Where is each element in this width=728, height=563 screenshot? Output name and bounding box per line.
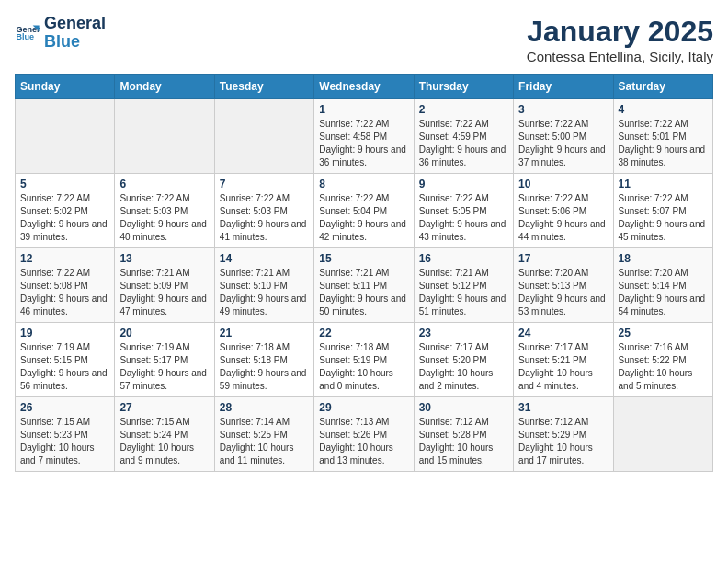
calendar-cell: 28Sunrise: 7:14 AMSunset: 5:25 PMDayligh… <box>214 397 313 472</box>
day-number: 21 <box>220 327 309 339</box>
calendar-cell: 1Sunrise: 7:22 AMSunset: 4:58 PMDaylight… <box>314 99 414 174</box>
week-row-2: 5Sunrise: 7:22 AMSunset: 5:02 PMDaylight… <box>16 174 713 248</box>
day-info: Sunrise: 7:17 AMSunset: 5:20 PMDaylight:… <box>419 341 508 393</box>
calendar-cell: 25Sunrise: 7:16 AMSunset: 5:22 PMDayligh… <box>613 323 712 397</box>
calendar-cell: 14Sunrise: 7:21 AMSunset: 5:10 PMDayligh… <box>214 248 313 323</box>
calendar-cell: 24Sunrise: 7:17 AMSunset: 5:21 PMDayligh… <box>514 323 613 397</box>
day-number: 20 <box>119 327 209 339</box>
day-info: Sunrise: 7:22 AMSunset: 5:04 PMDaylight:… <box>319 192 408 244</box>
day-number: 18 <box>619 252 708 265</box>
day-info: Sunrise: 7:22 AMSunset: 5:02 PMDaylight:… <box>20 192 109 244</box>
day-info: Sunrise: 7:17 AMSunset: 5:21 PMDaylight:… <box>518 341 608 393</box>
day-number: 12 <box>20 252 109 265</box>
calendar-cell: 20Sunrise: 7:19 AMSunset: 5:17 PMDayligh… <box>115 323 214 397</box>
week-row-5: 26Sunrise: 7:15 AMSunset: 5:23 PMDayligh… <box>16 397 713 472</box>
day-info: Sunrise: 7:21 AMSunset: 5:10 PMDaylight:… <box>220 267 309 318</box>
weekday-header-tuesday: Tuesday <box>214 75 313 99</box>
day-info: Sunrise: 7:20 AMSunset: 5:13 PMDaylight:… <box>518 267 608 318</box>
day-number: 7 <box>220 178 309 190</box>
day-number: 5 <box>20 178 109 190</box>
weekday-header-sunday: Sunday <box>16 75 115 99</box>
day-info: Sunrise: 7:14 AMSunset: 5:25 PMDaylight:… <box>220 416 309 467</box>
calendar-cell: 4Sunrise: 7:22 AMSunset: 5:01 PMDaylight… <box>613 99 712 174</box>
day-info: Sunrise: 7:20 AMSunset: 5:14 PMDaylight:… <box>619 267 708 318</box>
day-info: Sunrise: 7:13 AMSunset: 5:26 PMDaylight:… <box>319 416 408 467</box>
day-number: 10 <box>518 178 608 190</box>
weekday-header-monday: Monday <box>115 75 214 99</box>
day-number: 11 <box>619 178 708 190</box>
calendar-cell: 30Sunrise: 7:12 AMSunset: 5:28 PMDayligh… <box>414 397 513 472</box>
day-info: Sunrise: 7:15 AMSunset: 5:24 PMDaylight:… <box>119 416 209 467</box>
day-number: 23 <box>419 327 508 339</box>
week-row-1: 1Sunrise: 7:22 AMSunset: 4:58 PMDaylight… <box>16 99 713 174</box>
day-info: Sunrise: 7:22 AMSunset: 5:05 PMDaylight:… <box>419 192 508 244</box>
day-number: 27 <box>119 401 209 414</box>
calendar-cell: 8Sunrise: 7:22 AMSunset: 5:04 PMDaylight… <box>314 174 414 248</box>
day-info: Sunrise: 7:22 AMSunset: 5:01 PMDaylight:… <box>619 118 708 169</box>
weekday-header-wednesday: Wednesday <box>314 75 414 99</box>
day-info: Sunrise: 7:15 AMSunset: 5:23 PMDaylight:… <box>20 416 109 467</box>
calendar-cell: 21Sunrise: 7:18 AMSunset: 5:18 PMDayligh… <box>214 323 313 397</box>
calendar-cell: 31Sunrise: 7:12 AMSunset: 5:29 PMDayligh… <box>514 397 613 472</box>
day-number: 14 <box>220 252 309 265</box>
calendar-cell <box>214 99 313 174</box>
day-number: 26 <box>20 401 109 414</box>
weekday-header-row: SundayMondayTuesdayWednesdayThursdayFrid… <box>16 75 713 99</box>
weekday-header-thursday: Thursday <box>414 75 513 99</box>
day-info: Sunrise: 7:22 AMSunset: 5:06 PMDaylight:… <box>518 192 608 244</box>
day-number: 13 <box>119 252 209 265</box>
calendar-cell: 11Sunrise: 7:22 AMSunset: 5:07 PMDayligh… <box>613 174 712 248</box>
calendar-cell: 9Sunrise: 7:22 AMSunset: 5:05 PMDaylight… <box>414 174 513 248</box>
logo: General Blue General Blue <box>15 15 106 52</box>
calendar-cell: 6Sunrise: 7:22 AMSunset: 5:03 PMDaylight… <box>115 174 214 248</box>
calendar-cell: 12Sunrise: 7:22 AMSunset: 5:08 PMDayligh… <box>16 248 115 323</box>
calendar-cell: 22Sunrise: 7:18 AMSunset: 5:19 PMDayligh… <box>314 323 414 397</box>
day-number: 22 <box>319 327 408 339</box>
calendar-cell: 23Sunrise: 7:17 AMSunset: 5:20 PMDayligh… <box>414 323 513 397</box>
calendar-cell: 15Sunrise: 7:21 AMSunset: 5:11 PMDayligh… <box>314 248 414 323</box>
calendar-table: SundayMondayTuesdayWednesdayThursdayFrid… <box>15 74 713 472</box>
calendar-cell: 27Sunrise: 7:15 AMSunset: 5:24 PMDayligh… <box>115 397 214 472</box>
day-number: 16 <box>419 252 508 265</box>
calendar-cell: 3Sunrise: 7:22 AMSunset: 5:00 PMDaylight… <box>514 99 613 174</box>
day-number: 1 <box>319 103 408 116</box>
day-info: Sunrise: 7:12 AMSunset: 5:29 PMDaylight:… <box>518 416 608 467</box>
calendar-cell: 26Sunrise: 7:15 AMSunset: 5:23 PMDayligh… <box>16 397 115 472</box>
day-info: Sunrise: 7:21 AMSunset: 5:11 PMDaylight:… <box>319 267 408 318</box>
day-info: Sunrise: 7:18 AMSunset: 5:18 PMDaylight:… <box>220 341 309 393</box>
day-info: Sunrise: 7:19 AMSunset: 5:15 PMDaylight:… <box>20 341 109 393</box>
day-info: Sunrise: 7:12 AMSunset: 5:28 PMDaylight:… <box>419 416 508 467</box>
calendar-cell: 7Sunrise: 7:22 AMSunset: 5:03 PMDaylight… <box>214 174 313 248</box>
header: General Blue General Blue January 2025 C… <box>15 15 713 64</box>
calendar-cell: 17Sunrise: 7:20 AMSunset: 5:13 PMDayligh… <box>514 248 613 323</box>
calendar-cell: 19Sunrise: 7:19 AMSunset: 5:15 PMDayligh… <box>16 323 115 397</box>
day-info: Sunrise: 7:19 AMSunset: 5:17 PMDaylight:… <box>119 341 209 393</box>
day-number: 15 <box>319 252 408 265</box>
logo-text: General Blue <box>44 15 106 52</box>
logo-icon: General Blue <box>15 20 40 46</box>
day-info: Sunrise: 7:16 AMSunset: 5:22 PMDaylight:… <box>619 341 708 393</box>
title-area: January 2025 Contessa Entellina, Sicily,… <box>527 15 713 64</box>
calendar-cell: 18Sunrise: 7:20 AMSunset: 5:14 PMDayligh… <box>613 248 712 323</box>
location-subtitle: Contessa Entellina, Sicily, Italy <box>527 49 713 64</box>
day-number: 4 <box>619 103 708 116</box>
day-number: 8 <box>319 178 408 190</box>
day-info: Sunrise: 7:22 AMSunset: 5:08 PMDaylight:… <box>20 267 109 318</box>
day-number: 19 <box>20 327 109 339</box>
day-number: 17 <box>518 252 608 265</box>
calendar-cell: 16Sunrise: 7:21 AMSunset: 5:12 PMDayligh… <box>414 248 513 323</box>
weekday-header-friday: Friday <box>514 75 613 99</box>
day-number: 24 <box>518 327 608 339</box>
day-number: 9 <box>419 178 508 190</box>
day-number: 29 <box>319 401 408 414</box>
day-number: 31 <box>518 401 608 414</box>
day-number: 28 <box>220 401 309 414</box>
day-number: 6 <box>119 178 209 190</box>
day-info: Sunrise: 7:22 AMSunset: 5:03 PMDaylight:… <box>220 192 309 244</box>
week-row-4: 19Sunrise: 7:19 AMSunset: 5:15 PMDayligh… <box>16 323 713 397</box>
day-number: 25 <box>619 327 708 339</box>
day-info: Sunrise: 7:22 AMSunset: 5:03 PMDaylight:… <box>119 192 209 244</box>
weekday-header-saturday: Saturday <box>613 75 712 99</box>
calendar-cell: 10Sunrise: 7:22 AMSunset: 5:06 PMDayligh… <box>514 174 613 248</box>
day-info: Sunrise: 7:22 AMSunset: 4:59 PMDaylight:… <box>419 118 508 169</box>
